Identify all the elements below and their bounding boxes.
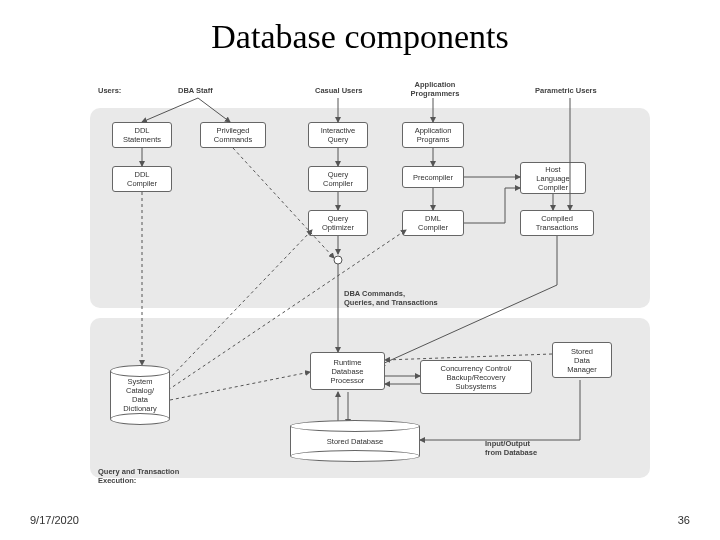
footer-page-number: 36 <box>678 514 690 526</box>
dba-commands-text: DBA Commands, Queries, and Transactions <box>344 289 438 307</box>
dba-commands-label: DBA Commands, Queries, and Transactions <box>344 280 438 307</box>
query-execution-label: Query and Transaction Execution: <box>98 458 179 485</box>
stored-database-cylinder: Stored Database <box>290 420 420 462</box>
system-catalog-text: System Catalog/ Data Dictionary <box>110 377 170 413</box>
stored-data-manager-box: Stored Data Manager <box>552 342 612 378</box>
query-execution-text: Query and Transaction Execution: <box>98 467 179 485</box>
slide-title: Database components <box>0 18 720 56</box>
diagram-area: Users: DBA Staff Casual Users Applicatio… <box>90 80 650 490</box>
stored-database-text: Stored Database <box>290 437 420 446</box>
system-catalog-cylinder: System Catalog/ Data Dictionary <box>110 365 170 425</box>
io-database-label: Input/Output from Database <box>485 430 537 457</box>
runtime-processor-box: Runtime Database Processor <box>310 352 385 390</box>
slide: Database components Users: DBA Staff Cas… <box>0 0 720 540</box>
svg-line-1 <box>198 98 230 122</box>
io-database-text: Input/Output from Database <box>485 439 537 457</box>
svg-line-22 <box>168 230 312 380</box>
footer-date: 9/17/2020 <box>30 514 79 526</box>
stored-data-manager-text: Stored Data Manager <box>567 347 597 374</box>
svg-line-0 <box>142 98 198 122</box>
svg-line-17 <box>233 148 334 258</box>
runtime-processor-text: Runtime Database Processor <box>331 358 365 385</box>
concurrency-text: Concurrency Control/ Backup/Recovery Sub… <box>441 364 512 391</box>
concurrency-box: Concurrency Control/ Backup/Recovery Sub… <box>420 360 532 394</box>
svg-point-16 <box>334 256 342 264</box>
svg-line-24 <box>170 372 310 400</box>
